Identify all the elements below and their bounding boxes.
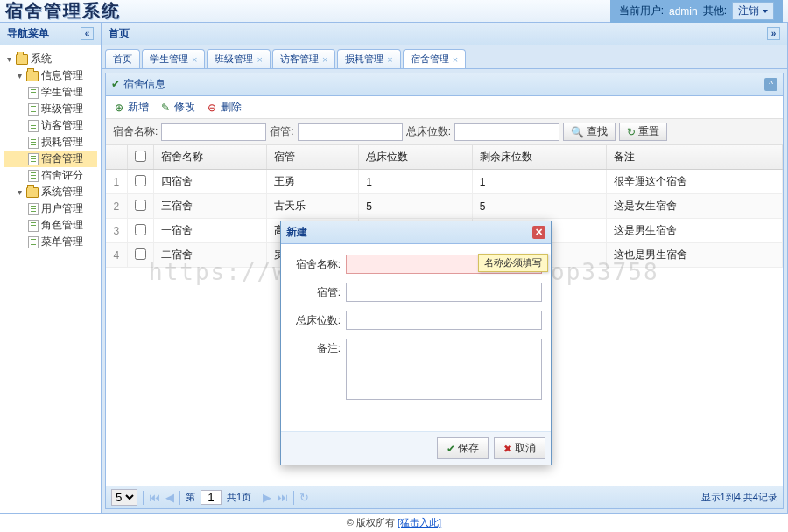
search-icon: 🔍 xyxy=(571,126,584,138)
row-checkbox[interactable] xyxy=(135,224,146,235)
page-icon xyxy=(28,236,39,248)
footer-link[interactable]: [猛击入此] xyxy=(398,517,441,528)
validation-tooltip: 名称必须填写 xyxy=(478,254,548,272)
edit-button[interactable]: ✎修改 xyxy=(159,100,195,115)
refresh-icon: ↻ xyxy=(627,126,636,138)
table-row[interactable]: 2三宿舍古天乐55这是女生宿舍 xyxy=(106,194,783,219)
row-checkbox[interactable] xyxy=(135,175,146,186)
close-icon[interactable]: × xyxy=(453,54,458,65)
pager: 5 ⏮ ◀ 第 共1页 ▶ ⏭ ↻ 显示1到4,共4记录 xyxy=(106,486,783,508)
sidebar: 导航菜单 « ▾系统 ▾信息管理 学生管理 班级管理 访客管理 损耗管理 宿舍管… xyxy=(0,23,102,513)
search-name-input[interactable] xyxy=(161,123,266,141)
folder-open-icon xyxy=(16,54,28,65)
page-icon xyxy=(28,87,39,99)
pager-info: 显示1到4,共4记录 xyxy=(701,491,777,504)
folder-open-icon xyxy=(26,71,39,81)
reset-button[interactable]: ↻重置 xyxy=(619,122,667,141)
nav-user[interactable]: 用户管理 xyxy=(4,200,97,217)
check-icon: ✔ xyxy=(447,443,455,455)
collapse-panel-icon[interactable]: ^ xyxy=(764,78,777,91)
current-user: admin xyxy=(669,5,698,18)
select-all-checkbox[interactable] xyxy=(135,150,146,162)
table-row[interactable]: 1四宿舍王勇11很辛運这个宿舍 xyxy=(106,170,783,194)
save-button[interactable]: ✔保存 xyxy=(437,438,489,459)
tree-group-info[interactable]: ▾信息管理 xyxy=(4,67,97,84)
folder-open-icon xyxy=(26,187,39,198)
search-mgr-input[interactable] xyxy=(298,123,403,141)
search-button[interactable]: 🔍查找 xyxy=(563,122,616,141)
delete-button[interactable]: ⊖删除 xyxy=(206,100,242,115)
grid-header-row: 宿舍名称 宿管 总床位数 剩余床位数 备注 xyxy=(106,145,783,170)
tab-dorm[interactable]: 宿舍管理× xyxy=(403,49,466,68)
nav-menu[interactable]: 菜单管理 xyxy=(4,234,97,250)
search-bar: 宿舍名称: 宿管: 总床位数: 🔍查找 ↻重置 xyxy=(106,119,783,145)
footer: © 版权所有 [猛击入此] xyxy=(0,513,788,532)
tab-class[interactable]: 班级管理× xyxy=(207,49,270,68)
cancel-button[interactable]: ✖取消 xyxy=(494,438,545,459)
add-button[interactable]: ⊕新增 xyxy=(113,100,149,115)
user-info: 当前用户: admin 其他: 注销 xyxy=(610,0,783,23)
tab-home[interactable]: 首页 xyxy=(105,49,140,68)
next-page-icon[interactable]: ▶ xyxy=(263,491,271,504)
nav-visitor[interactable]: 访客管理 xyxy=(4,117,97,134)
page-size-select[interactable]: 5 xyxy=(111,489,137,506)
sidebar-header: 导航菜单 « xyxy=(0,23,101,46)
last-page-icon[interactable]: ⏭ xyxy=(277,491,288,504)
tab-student[interactable]: 学生管理× xyxy=(142,49,205,68)
current-user-label: 当前用户: xyxy=(619,4,664,18)
expand-icon[interactable]: ▾ xyxy=(16,72,24,80)
main-header: 首页 » xyxy=(102,23,787,46)
expand-icon[interactable]: ▾ xyxy=(16,188,24,196)
dorm-note-textarea[interactable] xyxy=(346,339,542,400)
dialog-title-bar[interactable]: 新建 ✕ xyxy=(281,221,551,244)
refresh-icon[interactable]: ↻ xyxy=(299,491,309,504)
dorm-mgr-input[interactable] xyxy=(346,283,542,302)
logout-button[interactable]: 注销 xyxy=(732,2,774,20)
page-icon xyxy=(28,203,39,215)
close-icon[interactable]: × xyxy=(192,54,197,65)
page-icon xyxy=(28,136,39,149)
dorm-beds-input[interactable] xyxy=(346,311,542,330)
nav-student[interactable]: 学生管理 xyxy=(4,84,97,101)
pencil-icon: ✎ xyxy=(159,102,172,114)
tree-root[interactable]: ▾系统 xyxy=(4,51,97,67)
page-icon xyxy=(28,153,39,165)
search-beds-input[interactable] xyxy=(454,123,559,141)
other-label: 其他: xyxy=(703,4,727,18)
expand-icon[interactable]: ▾ xyxy=(5,55,13,63)
page-icon xyxy=(28,103,39,116)
form-row-beds: 总床位数: xyxy=(290,311,542,330)
page-input[interactable] xyxy=(201,490,222,505)
tree-group-sys[interactable]: ▾系统管理 xyxy=(4,184,97,200)
app-header: 宿舍管理系统 当前用户: admin 其他: 注销 xyxy=(0,0,788,23)
tab-strip: 首页 学生管理× 班级管理× 访客管理× 损耗管理× 宿舍管理× xyxy=(102,46,787,69)
nav-tree: ▾系统 ▾信息管理 学生管理 班级管理 访客管理 损耗管理 宿舍管理 宿舍评分 … xyxy=(0,46,101,256)
row-checkbox[interactable] xyxy=(135,248,146,260)
toolbar: ⊕新增 ✎修改 ⊖删除 xyxy=(106,96,783,119)
nav-class[interactable]: 班级管理 xyxy=(4,101,97,117)
nav-dorm[interactable]: 宿舍管理 xyxy=(4,150,97,167)
app-title: 宿舍管理系统 xyxy=(5,0,610,23)
first-page-icon[interactable]: ⏮ xyxy=(149,491,160,504)
close-icon[interactable]: × xyxy=(387,54,392,65)
row-checkbox[interactable] xyxy=(135,200,146,211)
cross-icon: ✖ xyxy=(503,443,512,455)
dialog-close-icon[interactable]: ✕ xyxy=(532,226,545,239)
nav-score[interactable]: 宿舍评分 xyxy=(4,167,97,184)
search-name-label: 宿舍名称: xyxy=(113,124,158,139)
check-icon: ✔ xyxy=(111,78,120,90)
plus-icon: ⊕ xyxy=(113,102,125,114)
info-panel-header: ✔宿舍信息 ^ xyxy=(106,74,783,96)
page-icon xyxy=(28,120,39,132)
sidebar-collapse-icon[interactable]: « xyxy=(81,27,94,40)
tab-visitor[interactable]: 访客管理× xyxy=(272,49,335,68)
prev-page-icon[interactable]: ◀ xyxy=(165,491,174,504)
nav-loss[interactable]: 损耗管理 xyxy=(4,134,97,150)
main-collapse-icon[interactable]: » xyxy=(767,27,780,40)
close-icon[interactable]: × xyxy=(322,54,327,65)
form-row-note: 备注: xyxy=(290,339,542,400)
nav-role[interactable]: 角色管理 xyxy=(4,217,97,234)
close-icon[interactable]: × xyxy=(257,54,262,65)
search-beds-label: 总床位数: xyxy=(406,124,451,139)
tab-loss[interactable]: 损耗管理× xyxy=(337,49,400,68)
